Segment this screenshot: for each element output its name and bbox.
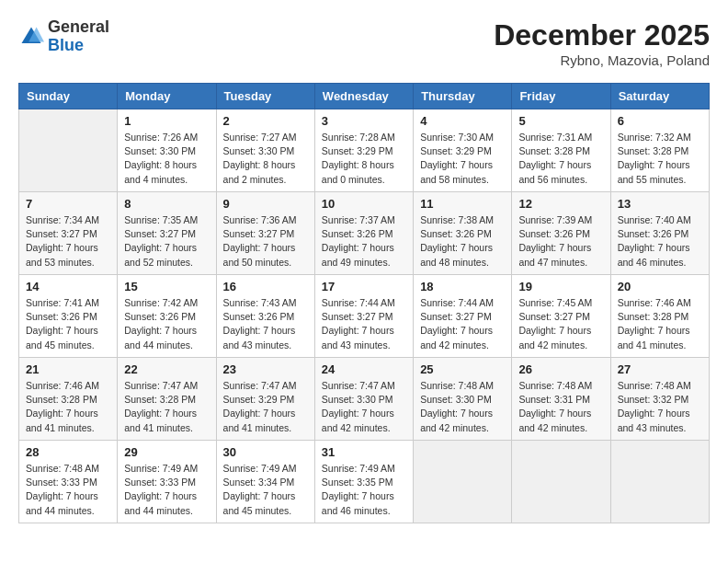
day-info: Sunrise: 7:46 AMSunset: 3:28 PMDaylight:… [26,379,110,435]
title-block: December 2025 Rybno, Mazovia, Poland [494,18,710,68]
calendar-day-cell: 11Sunrise: 7:38 AMSunset: 3:26 PMDayligh… [414,192,512,275]
day-number: 10 [322,197,406,211]
day-number: 9 [223,197,308,211]
calendar-day-cell: 5Sunrise: 7:31 AMSunset: 3:28 PMDaylight… [512,109,610,192]
day-info: Sunrise: 7:30 AMSunset: 3:29 PMDaylight:… [420,131,505,187]
day-number: 22 [124,362,209,376]
day-info: Sunrise: 7:46 AMSunset: 3:28 PMDaylight:… [618,296,702,352]
calendar-week-row: 7Sunrise: 7:34 AMSunset: 3:27 PMDaylight… [19,192,710,275]
day-number: 13 [618,197,702,211]
day-number: 18 [420,280,505,293]
day-number: 28 [26,445,110,459]
day-info: Sunrise: 7:47 AMSunset: 3:29 PMDaylight:… [223,379,308,435]
calendar-week-row: 1Sunrise: 7:26 AMSunset: 3:30 PMDaylight… [19,109,710,192]
calendar-day-cell: 14Sunrise: 7:41 AMSunset: 3:26 PMDayligh… [19,275,118,358]
day-number: 21 [26,362,110,376]
day-info: Sunrise: 7:34 AMSunset: 3:27 PMDaylight:… [26,213,110,270]
calendar-day-cell: 7Sunrise: 7:34 AMSunset: 3:27 PMDaylight… [19,192,118,275]
day-number: 3 [322,114,406,128]
calendar-day-cell: 3Sunrise: 7:28 AMSunset: 3:29 PMDaylight… [314,109,413,192]
day-info: Sunrise: 7:44 AMSunset: 3:27 PMDaylight:… [322,296,406,352]
calendar-day-cell: 26Sunrise: 7:48 AMSunset: 3:31 PMDayligh… [512,358,610,441]
day-of-week-header: Monday [118,84,216,109]
day-info: Sunrise: 7:38 AMSunset: 3:26 PMDaylight:… [420,213,505,270]
day-of-week-header: Saturday [610,84,709,109]
calendar-day-cell: 30Sunrise: 7:49 AMSunset: 3:34 PMDayligh… [216,441,314,523]
day-info: Sunrise: 7:48 AMSunset: 3:30 PMDaylight:… [420,379,505,435]
calendar-day-cell [414,441,512,523]
day-number: 16 [223,280,308,293]
logo-icon [18,24,44,50]
day-info: Sunrise: 7:42 AMSunset: 3:26 PMDaylight:… [124,296,209,352]
day-number: 15 [124,280,209,293]
calendar-day-cell: 24Sunrise: 7:47 AMSunset: 3:30 PMDayligh… [314,358,413,441]
day-number: 17 [322,280,406,293]
day-info: Sunrise: 7:49 AMSunset: 3:35 PMDaylight:… [322,462,406,518]
day-info: Sunrise: 7:49 AMSunset: 3:34 PMDaylight:… [223,462,308,518]
day-info: Sunrise: 7:49 AMSunset: 3:33 PMDaylight:… [124,462,209,518]
logo: General Blue [18,18,109,55]
day-info: Sunrise: 7:28 AMSunset: 3:29 PMDaylight:… [322,131,406,187]
calendar-day-cell: 15Sunrise: 7:42 AMSunset: 3:26 PMDayligh… [118,275,216,358]
calendar-day-cell: 22Sunrise: 7:47 AMSunset: 3:28 PMDayligh… [118,358,216,441]
day-info: Sunrise: 7:43 AMSunset: 3:26 PMDaylight:… [223,296,308,352]
day-number: 27 [618,362,702,376]
calendar-day-cell: 28Sunrise: 7:48 AMSunset: 3:33 PMDayligh… [19,441,118,523]
day-info: Sunrise: 7:37 AMSunset: 3:26 PMDaylight:… [322,213,406,270]
day-of-week-header: Tuesday [216,84,314,109]
calendar-week-row: 14Sunrise: 7:41 AMSunset: 3:26 PMDayligh… [19,275,710,358]
calendar-day-cell: 31Sunrise: 7:49 AMSunset: 3:35 PMDayligh… [314,441,413,523]
day-info: Sunrise: 7:35 AMSunset: 3:27 PMDaylight:… [124,213,209,270]
day-of-week-header: Thursday [414,84,512,109]
day-info: Sunrise: 7:41 AMSunset: 3:26 PMDaylight:… [26,296,110,352]
calendar-week-row: 21Sunrise: 7:46 AMSunset: 3:28 PMDayligh… [19,358,710,441]
day-number: 5 [518,114,603,128]
calendar-day-cell: 21Sunrise: 7:46 AMSunset: 3:28 PMDayligh… [19,358,118,441]
day-number: 24 [322,362,406,376]
day-number: 25 [420,362,505,376]
day-info: Sunrise: 7:26 AMSunset: 3:30 PMDaylight:… [124,131,209,187]
calendar-day-cell: 6Sunrise: 7:32 AMSunset: 3:28 PMDaylight… [610,109,709,192]
calendar-day-cell: 19Sunrise: 7:45 AMSunset: 3:27 PMDayligh… [512,275,610,358]
calendar-day-cell: 13Sunrise: 7:40 AMSunset: 3:26 PMDayligh… [610,192,709,275]
calendar-day-cell: 16Sunrise: 7:43 AMSunset: 3:26 PMDayligh… [216,275,314,358]
calendar-header-row: SundayMondayTuesdayWednesdayThursdayFrid… [19,84,710,109]
calendar-day-cell: 9Sunrise: 7:36 AMSunset: 3:27 PMDaylight… [216,192,314,275]
calendar-day-cell: 18Sunrise: 7:44 AMSunset: 3:27 PMDayligh… [414,275,512,358]
calendar-table: SundayMondayTuesdayWednesdayThursdayFrid… [18,83,710,523]
day-number: 12 [518,197,603,211]
day-number: 31 [322,445,406,459]
calendar-day-cell: 8Sunrise: 7:35 AMSunset: 3:27 PMDaylight… [118,192,216,275]
calendar-day-cell: 25Sunrise: 7:48 AMSunset: 3:30 PMDayligh… [414,358,512,441]
day-number: 7 [26,197,110,211]
calendar-day-cell: 12Sunrise: 7:39 AMSunset: 3:26 PMDayligh… [512,192,610,275]
day-number: 4 [420,114,505,128]
calendar-day-cell: 20Sunrise: 7:46 AMSunset: 3:28 PMDayligh… [610,275,709,358]
calendar-day-cell: 23Sunrise: 7:47 AMSunset: 3:29 PMDayligh… [216,358,314,441]
month-title: December 2025 [494,18,710,52]
day-number: 6 [618,114,702,128]
calendar-day-cell: 27Sunrise: 7:48 AMSunset: 3:32 PMDayligh… [610,358,709,441]
logo-text: General Blue [48,18,109,55]
day-number: 8 [124,197,209,211]
day-info: Sunrise: 7:47 AMSunset: 3:28 PMDaylight:… [124,379,209,435]
day-number: 20 [618,280,702,293]
day-info: Sunrise: 7:44 AMSunset: 3:27 PMDaylight:… [420,296,505,352]
day-info: Sunrise: 7:45 AMSunset: 3:27 PMDaylight:… [518,296,603,352]
calendar-day-cell: 2Sunrise: 7:27 AMSunset: 3:30 PMDaylight… [216,109,314,192]
day-number: 11 [420,197,505,211]
day-info: Sunrise: 7:36 AMSunset: 3:27 PMDaylight:… [223,213,308,270]
day-info: Sunrise: 7:40 AMSunset: 3:26 PMDaylight:… [618,213,702,270]
calendar-day-cell [512,441,610,523]
day-info: Sunrise: 7:39 AMSunset: 3:26 PMDaylight:… [518,213,603,270]
page-header: General Blue December 2025 Rybno, Mazovi… [18,18,710,68]
calendar-day-cell: 4Sunrise: 7:30 AMSunset: 3:29 PMDaylight… [414,109,512,192]
day-number: 29 [124,445,209,459]
calendar-day-cell: 10Sunrise: 7:37 AMSunset: 3:26 PMDayligh… [314,192,413,275]
day-of-week-header: Sunday [19,84,118,109]
calendar-day-cell: 1Sunrise: 7:26 AMSunset: 3:30 PMDaylight… [118,109,216,192]
day-number: 14 [26,280,110,293]
day-info: Sunrise: 7:47 AMSunset: 3:30 PMDaylight:… [322,379,406,435]
day-info: Sunrise: 7:48 AMSunset: 3:32 PMDaylight:… [618,379,702,435]
day-number: 1 [124,114,209,128]
